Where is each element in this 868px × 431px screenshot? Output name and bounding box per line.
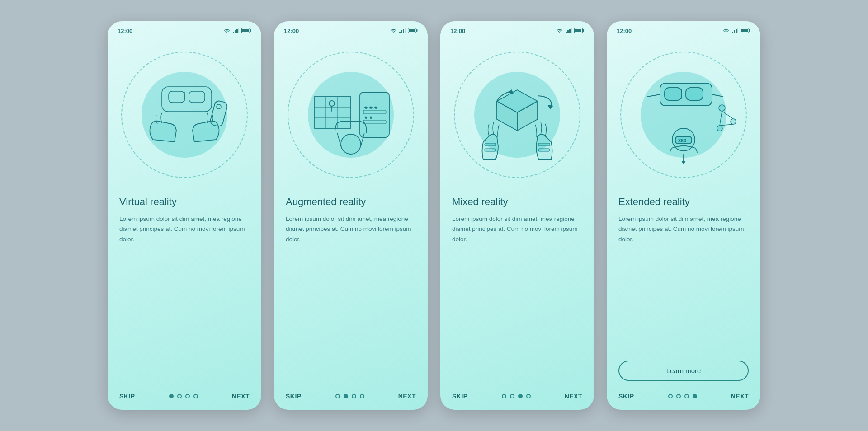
svg-line-59 (647, 94, 660, 97)
dot-3-2 (510, 394, 514, 398)
svg-rect-14 (401, 30, 402, 33)
status-bar-2: 12:00 (274, 21, 428, 38)
next-btn-2[interactable]: NEXT (398, 393, 416, 400)
svg-rect-7 (162, 87, 212, 112)
status-icons-4 (722, 28, 750, 34)
svg-rect-53 (749, 29, 750, 32)
nav-3: SKIP NEXT (440, 384, 594, 410)
next-btn-3[interactable]: NEXT (565, 393, 582, 400)
svg-point-31 (341, 134, 361, 154)
svg-rect-3 (238, 28, 239, 33)
illustration-ar: ★★★ ★★ (274, 38, 428, 192)
illustration-mr (440, 38, 594, 192)
svg-rect-45 (485, 149, 496, 151)
nav-4: SKIP NEXT (607, 384, 760, 410)
svg-marker-42 (547, 105, 553, 109)
svg-rect-13 (399, 32, 401, 33)
svg-rect-16 (405, 28, 406, 33)
body-xr: Lorem ipsum dolor sit dim amet, mea regi… (618, 214, 749, 354)
battery-icon-2 (408, 28, 418, 34)
battery-icon-1 (241, 28, 251, 34)
svg-rect-48 (732, 32, 733, 33)
screen-augmented-reality: 12:00 (274, 21, 428, 410)
battery-icon-4 (741, 28, 750, 34)
signal-icon-1 (233, 28, 239, 34)
status-time-3: 12:00 (450, 28, 465, 34)
svg-rect-0 (233, 32, 234, 33)
title-mr: Mixed reality (452, 196, 582, 208)
dots-3 (502, 394, 531, 398)
svg-rect-50 (736, 29, 737, 33)
svg-rect-9 (189, 91, 205, 103)
svg-rect-6 (242, 29, 249, 32)
skip-btn-4[interactable]: SKIP (618, 393, 634, 400)
status-icons-2 (390, 28, 418, 34)
content-ar: Augmented reality Lorem ipsum dolor sit … (274, 192, 428, 384)
svg-text:360: 360 (678, 138, 686, 143)
dot-1-4 (193, 394, 198, 398)
dot-3-1 (502, 394, 506, 398)
svg-rect-44 (485, 143, 496, 146)
nav-2: SKIP NEXT (274, 384, 428, 410)
dot-1-1 (169, 394, 174, 398)
skip-btn-2[interactable]: SKIP (286, 393, 302, 400)
svg-marker-71 (681, 161, 686, 164)
dot-2-4 (360, 394, 364, 398)
svg-rect-5 (250, 29, 251, 32)
status-icons-1 (223, 28, 251, 34)
dot-2-3 (352, 394, 356, 398)
dot-1-2 (177, 394, 182, 398)
svg-rect-2 (236, 29, 238, 33)
dot-1-3 (185, 394, 190, 398)
ar-illustration: ★★★ ★★ (292, 56, 410, 173)
signal-icon-2 (399, 28, 406, 34)
body-mr: Lorem ipsum dolor sit dim amet, mea regi… (452, 214, 582, 384)
svg-text:★★: ★★ (363, 114, 373, 121)
skip-btn-3[interactable]: SKIP (452, 393, 468, 400)
svg-point-61 (719, 105, 725, 111)
svg-line-60 (712, 94, 723, 97)
svg-rect-18 (416, 29, 418, 32)
status-bar-1: 12:00 (108, 21, 261, 38)
dot-2-2 (344, 394, 348, 398)
wifi-icon-1 (223, 28, 231, 34)
next-btn-4[interactable]: NEXT (731, 393, 749, 400)
svg-rect-38 (575, 29, 581, 32)
wifi-icon-3 (556, 28, 563, 34)
battery-icon-3 (574, 28, 584, 34)
svg-rect-34 (569, 29, 571, 33)
dot-2-1 (335, 394, 340, 398)
dots-4 (668, 394, 697, 398)
wifi-icon-4 (722, 28, 730, 34)
svg-rect-56 (665, 88, 682, 100)
svg-rect-46 (538, 143, 550, 146)
signal-icon-3 (566, 28, 572, 34)
title-vr: Virtual reality (119, 196, 250, 208)
svg-line-65 (720, 111, 722, 126)
svg-rect-20 (315, 97, 351, 128)
svg-rect-54 (741, 29, 748, 32)
signal-icon-4 (732, 28, 738, 34)
dot-4-2 (676, 394, 681, 398)
dot-4-1 (668, 394, 673, 398)
dot-3-3 (518, 394, 523, 398)
dot-4-4 (693, 394, 697, 398)
svg-rect-57 (686, 88, 703, 100)
svg-point-12 (217, 104, 221, 109)
svg-rect-51 (737, 28, 738, 33)
svg-rect-8 (169, 91, 184, 103)
learn-more-button[interactable]: Learn more (618, 361, 749, 381)
svg-rect-33 (567, 30, 569, 33)
dots-1 (169, 394, 198, 398)
screen-extended-reality: 12:00 (607, 21, 760, 410)
skip-btn-1[interactable]: SKIP (119, 393, 135, 400)
xr-illustration: 360 (625, 56, 742, 173)
svg-rect-35 (571, 28, 572, 33)
screen-mixed-reality: 12:00 (440, 21, 594, 410)
svg-rect-49 (734, 30, 735, 33)
next-btn-1[interactable]: NEXT (232, 393, 250, 400)
svg-rect-32 (566, 32, 567, 33)
status-time-1: 12:00 (118, 28, 132, 34)
svg-rect-1 (235, 30, 236, 33)
content-vr: Virtual reality Lorem ipsum dolor sit di… (108, 192, 261, 384)
